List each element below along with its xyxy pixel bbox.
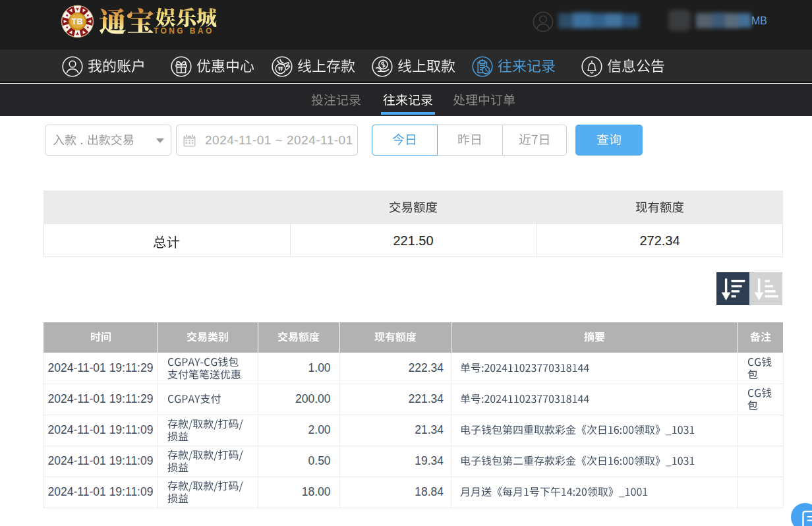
svg-text:TB: TB	[72, 16, 83, 26]
